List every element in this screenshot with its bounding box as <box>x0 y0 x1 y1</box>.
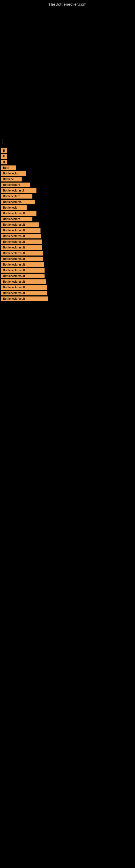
bottleneck-result-label: Bottleneck result <box>1 257 43 261</box>
result-row: Bottleneck result <box>0 245 135 250</box>
result-row: Bottleneck result <box>0 222 135 227</box>
result-row: Bottleneck result <box>0 291 135 296</box>
bottleneck-result-label: Bottl <box>1 165 16 170</box>
result-row: Bottleneck result <box>0 268 135 273</box>
result-row: Bottl <box>0 165 135 170</box>
result-row: Bottleneck result <box>0 240 135 244</box>
bottleneck-result-label: Bottleneck result <box>1 234 41 239</box>
result-row: B <box>0 160 135 164</box>
result-row: Bottleneck re <box>0 194 135 198</box>
bottleneck-result-label: Bottleneck re <box>1 183 30 187</box>
result-row: Bottleneck result <box>0 262 135 267</box>
bottleneck-result-label: Bottleneck result <box>1 262 44 267</box>
bottleneck-result-label: Bottleneck result <box>1 297 48 301</box>
bottleneck-result-label: Bottleneck d <box>1 171 26 176</box>
bottleneck-result-label: Bottleneck <box>1 205 27 210</box>
result-row: Bottleneck result <box>0 297 135 301</box>
result-row: Bottleneck result <box>0 228 135 233</box>
bottleneck-result-label: E <box>1 154 7 159</box>
result-row: Bottleneck result <box>0 285 135 290</box>
bottleneck-result-label: Bottleneck re <box>1 217 32 221</box>
bottleneck-result-label: Bottleneck result <box>1 245 42 250</box>
result-row: Bottleneck resul <box>0 188 135 193</box>
result-row: Bottleneck <box>0 205 135 210</box>
chart-area <box>0 6 135 137</box>
result-row: Bottlene <box>0 177 135 182</box>
result-row: Bottleneck result <box>0 274 135 278</box>
result-row: Bottleneck re <box>0 183 135 187</box>
bottleneck-result-label: Bottleneck res <box>1 199 35 204</box>
bottleneck-result-label: Bottleneck result <box>1 228 41 233</box>
result-row: B <box>0 148 135 153</box>
results-container: BEBBottlBottleneck dBottleneBottleneck r… <box>0 146 135 305</box>
bottleneck-result-label: Bottleneck resul <box>1 188 37 193</box>
bottleneck-result-label: Bottleneck result <box>1 291 47 296</box>
site-title: TheBottlenecker.com <box>0 0 135 6</box>
result-row: Bottleneck res <box>0 199 135 204</box>
bottleneck-result-label: Bottlene <box>1 177 21 182</box>
bottleneck-result-label: Bottleneck result <box>1 222 39 227</box>
bottleneck-result-label: Bottleneck result <box>1 211 37 216</box>
bottleneck-result-label: Bottleneck result <box>1 285 47 290</box>
result-row: Bottleneck d <box>0 171 135 176</box>
bottleneck-result-label: B <box>1 148 7 153</box>
cursor-line: | <box>0 137 135 146</box>
bottleneck-result-label: Bottleneck result <box>1 240 42 244</box>
result-row: Bottleneck re <box>0 217 135 221</box>
result-row: E <box>0 154 135 159</box>
bottleneck-result-label: Bottleneck result <box>1 279 46 284</box>
result-row: Bottleneck result <box>0 234 135 239</box>
bottleneck-result-label: B <box>1 160 7 164</box>
result-row: Bottleneck result <box>0 211 135 216</box>
result-row: Bottleneck result <box>0 279 135 284</box>
result-row: Bottleneck result <box>0 251 135 255</box>
bottleneck-result-label: Bottleneck result <box>1 274 45 278</box>
bottleneck-result-label: Bottleneck result <box>1 251 43 255</box>
bottleneck-result-label: Bottleneck result <box>1 268 45 273</box>
result-row: Bottleneck result <box>0 257 135 261</box>
bottleneck-result-label: Bottleneck re <box>1 194 32 198</box>
